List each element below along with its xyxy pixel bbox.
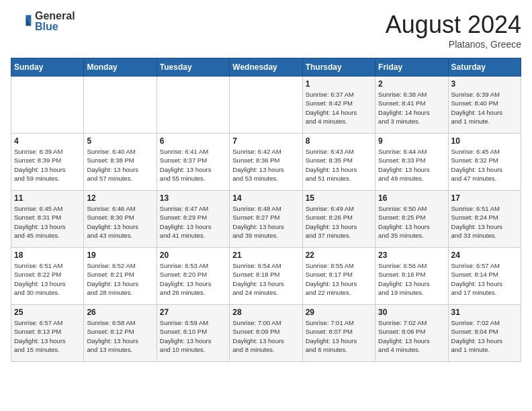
logo-general: General — [35, 11, 75, 21]
day-number: 8 — [306, 136, 372, 146]
day-info: Sunrise: 6:42 AM Sunset: 8:36 PM Dayligh… — [232, 147, 299, 183]
day-info: Sunrise: 6:53 AM Sunset: 8:20 PM Dayligh… — [160, 261, 226, 297]
logo: General Blue — [11, 11, 75, 32]
page-header: General Blue August 2024 Platanos, Greec… — [11, 11, 521, 50]
calendar-cell: 30Sunrise: 7:02 AM Sunset: 8:06 PM Dayli… — [375, 305, 448, 362]
calendar-cell: 3Sunrise: 6:39 AM Sunset: 8:40 PM Daylig… — [448, 77, 521, 134]
days-header-row: SundayMondayTuesdayWednesdayThursdayFrid… — [11, 58, 521, 77]
day-number: 25 — [14, 308, 81, 317]
calendar-week-1: 1Sunrise: 6:37 AM Sunset: 8:42 PM Daylig… — [11, 77, 521, 134]
calendar-cell: 19Sunrise: 6:52 AM Sunset: 8:21 PM Dayli… — [84, 248, 157, 305]
calendar-cell: 28Sunrise: 7:00 AM Sunset: 8:09 PM Dayli… — [230, 305, 302, 362]
day-info: Sunrise: 6:57 AM Sunset: 8:14 PM Dayligh… — [451, 261, 518, 297]
day-number: 28 — [232, 308, 299, 317]
day-number: 13 — [160, 193, 226, 203]
day-number: 10 — [451, 136, 518, 146]
logo-icon — [11, 11, 32, 32]
calendar-cell: 7Sunrise: 6:42 AM Sunset: 8:36 PM Daylig… — [230, 134, 302, 191]
day-number: 30 — [378, 308, 445, 317]
day-number: 14 — [232, 193, 299, 203]
calendar-cell: 20Sunrise: 6:53 AM Sunset: 8:20 PM Dayli… — [157, 248, 229, 305]
day-info: Sunrise: 6:48 AM Sunset: 8:27 PM Dayligh… — [232, 204, 299, 240]
day-info: Sunrise: 6:56 AM Sunset: 8:16 PM Dayligh… — [378, 261, 445, 297]
day-header-thursday: Thursday — [302, 58, 375, 77]
calendar-cell: 22Sunrise: 6:55 AM Sunset: 8:17 PM Dayli… — [302, 248, 375, 305]
calendar-cell: 11Sunrise: 6:45 AM Sunset: 8:31 PM Dayli… — [11, 191, 84, 248]
day-number: 12 — [87, 193, 153, 203]
day-number: 16 — [378, 193, 445, 203]
day-info: Sunrise: 6:38 AM Sunset: 8:41 PM Dayligh… — [378, 90, 445, 126]
title-block: August 2024 Platanos, Greece — [386, 11, 521, 50]
calendar-cell: 27Sunrise: 6:59 AM Sunset: 8:10 PM Dayli… — [157, 305, 229, 362]
calendar-week-2: 4Sunrise: 6:39 AM Sunset: 8:39 PM Daylig… — [11, 134, 521, 191]
day-number: 9 — [378, 136, 445, 146]
calendar-week-3: 11Sunrise: 6:45 AM Sunset: 8:31 PM Dayli… — [11, 191, 521, 248]
day-header-saturday: Saturday — [448, 58, 521, 77]
day-number: 6 — [160, 136, 226, 146]
day-info: Sunrise: 6:45 AM Sunset: 8:31 PM Dayligh… — [14, 204, 81, 240]
day-info: Sunrise: 6:51 AM Sunset: 8:22 PM Dayligh… — [14, 261, 81, 297]
calendar-cell: 5Sunrise: 6:40 AM Sunset: 8:38 PM Daylig… — [84, 134, 157, 191]
month-year: August 2024 — [386, 11, 521, 39]
day-number: 11 — [14, 193, 81, 203]
day-info: Sunrise: 6:57 AM Sunset: 8:13 PM Dayligh… — [14, 318, 81, 354]
day-info: Sunrise: 7:00 AM Sunset: 8:09 PM Dayligh… — [232, 318, 299, 354]
day-number: 31 — [451, 308, 518, 317]
day-number: 18 — [14, 250, 81, 260]
day-number: 1 — [306, 79, 372, 89]
calendar-cell: 14Sunrise: 6:48 AM Sunset: 8:27 PM Dayli… — [230, 191, 302, 248]
calendar-cell: 13Sunrise: 6:47 AM Sunset: 8:29 PM Dayli… — [157, 191, 229, 248]
day-number: 15 — [306, 193, 372, 203]
day-info: Sunrise: 7:02 AM Sunset: 8:04 PM Dayligh… — [451, 318, 518, 354]
day-number: 17 — [451, 193, 518, 203]
day-info: Sunrise: 6:40 AM Sunset: 8:38 PM Dayligh… — [87, 147, 153, 183]
calendar-cell — [230, 77, 302, 134]
calendar-cell: 21Sunrise: 6:54 AM Sunset: 8:18 PM Dayli… — [230, 248, 302, 305]
calendar-cell: 15Sunrise: 6:49 AM Sunset: 8:26 PM Dayli… — [302, 191, 375, 248]
day-number: 21 — [232, 250, 299, 260]
calendar-table: SundayMondayTuesdayWednesdayThursdayFrid… — [11, 58, 521, 362]
day-number: 24 — [451, 250, 518, 260]
day-info: Sunrise: 7:02 AM Sunset: 8:06 PM Dayligh… — [378, 318, 445, 354]
calendar-cell: 17Sunrise: 6:51 AM Sunset: 8:24 PM Dayli… — [448, 191, 521, 248]
calendar-cell: 6Sunrise: 6:41 AM Sunset: 8:37 PM Daylig… — [157, 134, 229, 191]
day-number: 3 — [451, 79, 518, 89]
day-header-tuesday: Tuesday — [157, 58, 229, 77]
day-info: Sunrise: 6:39 AM Sunset: 8:39 PM Dayligh… — [14, 147, 81, 183]
day-number: 22 — [306, 250, 372, 260]
day-header-sunday: Sunday — [11, 58, 84, 77]
calendar-cell — [11, 77, 84, 134]
day-number: 19 — [87, 250, 153, 260]
calendar-cell: 9Sunrise: 6:44 AM Sunset: 8:33 PM Daylig… — [375, 134, 448, 191]
day-info: Sunrise: 7:01 AM Sunset: 8:07 PM Dayligh… — [306, 318, 372, 354]
calendar-week-4: 18Sunrise: 6:51 AM Sunset: 8:22 PM Dayli… — [11, 248, 521, 305]
calendar-cell: 23Sunrise: 6:56 AM Sunset: 8:16 PM Dayli… — [375, 248, 448, 305]
day-header-monday: Monday — [84, 58, 157, 77]
calendar-cell: 8Sunrise: 6:43 AM Sunset: 8:35 PM Daylig… — [302, 134, 375, 191]
day-info: Sunrise: 6:46 AM Sunset: 8:30 PM Dayligh… — [87, 204, 153, 240]
calendar-cell: 12Sunrise: 6:46 AM Sunset: 8:30 PM Dayli… — [84, 191, 157, 248]
day-info: Sunrise: 6:51 AM Sunset: 8:24 PM Dayligh… — [451, 204, 518, 240]
calendar-cell: 1Sunrise: 6:37 AM Sunset: 8:42 PM Daylig… — [302, 77, 375, 134]
calendar-cell: 24Sunrise: 6:57 AM Sunset: 8:14 PM Dayli… — [448, 248, 521, 305]
day-info: Sunrise: 6:50 AM Sunset: 8:25 PM Dayligh… — [378, 204, 445, 240]
day-number: 29 — [306, 308, 372, 317]
day-number: 7 — [232, 136, 299, 146]
logo-blue: Blue — [35, 21, 75, 32]
calendar-week-5: 25Sunrise: 6:57 AM Sunset: 8:13 PM Dayli… — [11, 305, 521, 362]
day-info: Sunrise: 6:58 AM Sunset: 8:12 PM Dayligh… — [87, 318, 153, 354]
day-info: Sunrise: 6:59 AM Sunset: 8:10 PM Dayligh… — [160, 318, 226, 354]
day-info: Sunrise: 6:54 AM Sunset: 8:18 PM Dayligh… — [232, 261, 299, 297]
day-header-wednesday: Wednesday — [230, 58, 302, 77]
calendar-cell — [84, 77, 157, 134]
day-info: Sunrise: 6:45 AM Sunset: 8:32 PM Dayligh… — [451, 147, 518, 183]
day-info: Sunrise: 6:44 AM Sunset: 8:33 PM Dayligh… — [378, 147, 445, 183]
day-info: Sunrise: 6:49 AM Sunset: 8:26 PM Dayligh… — [306, 204, 372, 240]
day-number: 2 — [378, 79, 445, 89]
location: Platanos, Greece — [386, 39, 521, 50]
day-info: Sunrise: 6:47 AM Sunset: 8:29 PM Dayligh… — [160, 204, 226, 240]
day-header-friday: Friday — [375, 58, 448, 77]
calendar-cell: 18Sunrise: 6:51 AM Sunset: 8:22 PM Dayli… — [11, 248, 84, 305]
calendar-cell: 31Sunrise: 7:02 AM Sunset: 8:04 PM Dayli… — [448, 305, 521, 362]
day-number: 27 — [160, 308, 226, 317]
